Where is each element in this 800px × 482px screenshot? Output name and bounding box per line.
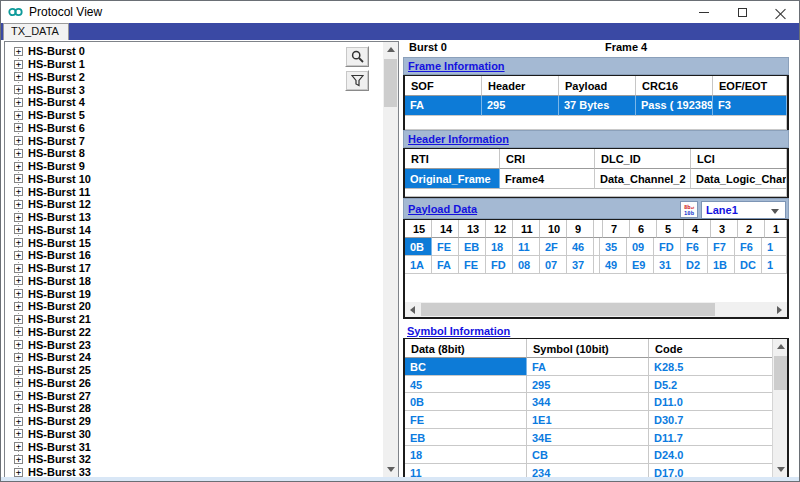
expand-plus-icon[interactable]: + (14, 60, 23, 69)
maximize-button[interactable] (723, 1, 761, 23)
tree-item[interactable]: +HS-Burst 27 (5, 389, 382, 402)
scrollbar-down-arrow[interactable] (383, 462, 398, 477)
scrollbar-up-arrow[interactable] (773, 339, 788, 354)
symbol-cell[interactable]: 34E (527, 429, 649, 447)
tree-item[interactable]: +HS-Burst 19 (5, 287, 382, 300)
scrollbar-right-arrow[interactable] (772, 302, 787, 317)
tree-item[interactable]: +HS-Burst 13 (5, 211, 382, 224)
scrollbar-thumb[interactable] (774, 356, 787, 390)
symbol-cell[interactable]: D11.7 (649, 429, 787, 447)
payload-byte-cell[interactable]: F6 (735, 238, 762, 256)
expand-plus-icon[interactable]: + (14, 72, 23, 81)
payload-byte-cell[interactable]: E9 (627, 256, 654, 274)
expand-plus-icon[interactable]: + (14, 200, 23, 209)
symbol-cell[interactable]: D5.2 (649, 376, 787, 394)
tree-item[interactable]: +HS-Burst 20 (5, 300, 382, 313)
scrollbar-down-arrow[interactable] (773, 462, 788, 477)
expand-plus-icon[interactable]: + (14, 442, 23, 451)
tree-item[interactable]: +HS-Burst 28 (5, 402, 382, 415)
expand-plus-icon[interactable]: + (14, 225, 23, 234)
minimize-button[interactable] (685, 1, 723, 23)
payload-byte-cell[interactable]: 35 (600, 238, 627, 256)
expand-plus-icon[interactable]: + (14, 391, 23, 400)
symbol-cell[interactable]: 45 (405, 376, 527, 394)
tree-item[interactable]: +HS-Burst 5 (5, 109, 382, 122)
expand-plus-icon[interactable]: + (14, 85, 23, 94)
symbol-cell[interactable]: 18 (405, 446, 527, 464)
expand-plus-icon[interactable]: + (14, 47, 23, 56)
expand-plus-icon[interactable]: + (14, 136, 23, 145)
payload-byte-cell[interactable]: FA (432, 256, 459, 274)
symbol-cell[interactable]: 0B (405, 393, 527, 411)
header-info-cell[interactable]: Frame4 (500, 169, 595, 189)
payload-byte-cell[interactable]: 46 (567, 238, 594, 256)
expand-plus-icon[interactable]: + (14, 340, 23, 349)
expand-plus-icon[interactable]: + (14, 455, 23, 464)
payload-byte-cell[interactable]: 37 (567, 256, 594, 274)
tree-item[interactable]: +HS-Burst 10 (5, 173, 382, 186)
payload-byte-cell[interactable]: 1 (762, 256, 787, 274)
expand-plus-icon[interactable]: + (14, 98, 23, 107)
payload-byte-cell[interactable]: DC (735, 256, 762, 274)
payload-byte-cell[interactable]: 31 (654, 256, 681, 274)
symbol-cell[interactable]: FA (527, 358, 649, 376)
tree-item[interactable]: +HS-Burst 18 (5, 275, 382, 288)
symbol-cell[interactable]: CB (527, 446, 649, 464)
payload-byte-cell[interactable]: 09 (627, 238, 654, 256)
tree-item[interactable]: +HS-Burst 30 (5, 428, 382, 441)
expand-plus-icon[interactable]: + (14, 366, 23, 375)
frame-info-cell[interactable]: FA (405, 96, 482, 116)
payload-byte-cell[interactable]: 1A (405, 256, 432, 274)
convert-8b10b-button[interactable]: 8b↵ 10b (680, 201, 698, 218)
tree-scrollbar[interactable] (383, 42, 398, 477)
expand-plus-icon[interactable]: + (14, 174, 23, 183)
expand-plus-icon[interactable]: + (14, 264, 23, 273)
filter-button[interactable] (345, 70, 369, 91)
tree-item[interactable]: +HS-Burst 12 (5, 198, 382, 211)
expand-plus-icon[interactable]: + (14, 238, 23, 247)
expand-plus-icon[interactable]: + (14, 353, 23, 362)
symbol-scrollbar[interactable] (772, 339, 787, 477)
payload-byte-cell[interactable]: 49 (600, 256, 627, 274)
frame-info-cell[interactable]: 37 Bytes (559, 96, 636, 116)
payload-byte-cell[interactable]: 1B (708, 256, 735, 274)
expand-plus-icon[interactable]: + (14, 187, 23, 196)
tree-item[interactable]: +HS-Burst 16 (5, 249, 382, 262)
tree-item[interactable]: +HS-Burst 3 (5, 83, 382, 96)
symbol-cell[interactable]: K28.5 (649, 358, 787, 376)
close-button[interactable] (761, 1, 799, 23)
tree-item[interactable]: +HS-Burst 24 (5, 351, 382, 364)
tree-item[interactable]: +HS-Burst 21 (5, 313, 382, 326)
tree-item[interactable]: +HS-Burst 31 (5, 440, 382, 453)
expand-plus-icon[interactable]: + (14, 149, 23, 158)
payload-byte-cell[interactable]: FD (486, 256, 513, 274)
lane-select-dropdown[interactable]: Lane1 (701, 201, 786, 219)
tree-item[interactable]: +HS-Burst 4 (5, 96, 382, 109)
payload-byte-cell[interactable]: 18 (486, 238, 513, 256)
tree-item[interactable]: +HS-Burst 9 (5, 160, 382, 173)
tree-item[interactable]: +HS-Burst 26 (5, 377, 382, 390)
symbol-cell[interactable]: D11.0 (649, 393, 787, 411)
expand-plus-icon[interactable]: + (14, 327, 23, 336)
symbol-cell[interactable]: EB (405, 429, 527, 447)
frame-info-cell[interactable]: F3 (713, 96, 787, 116)
scrollbar-left-arrow[interactable] (405, 302, 420, 317)
tree-item[interactable]: +HS-Burst 22 (5, 326, 382, 339)
payload-byte-cell[interactable]: FE (459, 256, 486, 274)
expand-plus-icon[interactable]: + (14, 378, 23, 387)
tree-item[interactable]: +HS-Burst 23 (5, 338, 382, 351)
expand-plus-icon[interactable]: + (14, 289, 23, 298)
payload-byte-cell[interactable]: 11 (513, 238, 540, 256)
payload-byte-cell[interactable]: 07 (540, 256, 567, 274)
tree-item[interactable]: +HS-Burst 8 (5, 147, 382, 160)
tree-item[interactable]: +HS-Burst 7 (5, 134, 382, 147)
tab-tx-data[interactable]: TX_DATA (3, 23, 69, 40)
symbol-cell[interactable]: D24.0 (649, 446, 787, 464)
expand-plus-icon[interactable]: + (14, 468, 23, 477)
frame-info-cell[interactable]: 295 (482, 96, 559, 116)
frame-info-cell[interactable]: Pass ( 192389 ) (636, 96, 713, 116)
payload-byte-cell[interactable]: EB (459, 238, 486, 256)
symbol-cell[interactable]: 344 (527, 393, 649, 411)
payload-byte-cell[interactable]: D2 (681, 256, 708, 274)
tree-item[interactable]: +HS-Burst 6 (5, 122, 382, 135)
